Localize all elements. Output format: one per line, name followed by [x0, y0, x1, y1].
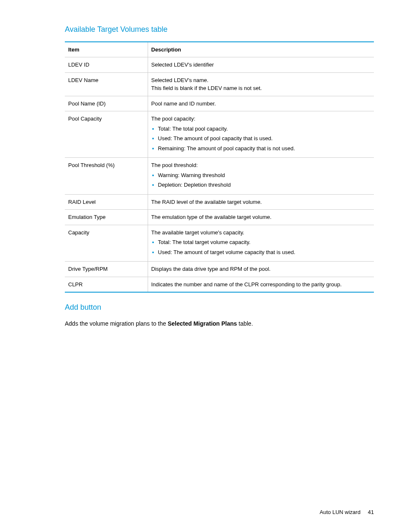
- bullet-item: Used: The amount of target volume capaci…: [151, 248, 371, 257]
- footer-text: Auto LUN wizard: [320, 509, 361, 515]
- add-desc-post: table.: [237, 320, 253, 327]
- cell-desc: Selected LDEV's identifier: [148, 57, 374, 73]
- table-row: Pool Threshold (%) The pool threshold: W…: [65, 158, 374, 195]
- table-row: Pool Capacity The pool capacity: Total: …: [65, 111, 374, 158]
- bullet-item: Remaining: The amount of pool capacity t…: [151, 144, 371, 153]
- desc-text: This field is blank if the LDEV name is …: [151, 85, 262, 91]
- page-footer: Auto LUN wizard 41: [320, 509, 374, 515]
- bullet-list: Total: The total pool capacity. Used: Th…: [151, 125, 371, 153]
- cell-item: Pool Threshold (%): [65, 158, 148, 195]
- cell-desc: Selected LDEV's name. This field is blan…: [148, 72, 374, 96]
- table-row: Emulation Type The emulation type of the…: [65, 210, 374, 225]
- desc-text: The pool capacity:: [151, 116, 196, 122]
- footer-page-number: 41: [368, 509, 374, 515]
- table-row: LDEV ID Selected LDEV's identifier: [65, 57, 374, 73]
- add-description: Adds the volume migration plans to the S…: [65, 319, 374, 328]
- cell-desc: The emulation type of the available targ…: [148, 210, 374, 225]
- desc-text: The available target volume's capacity.: [151, 229, 245, 236]
- cell-item: LDEV Name: [65, 72, 148, 96]
- cell-item: Emulation Type: [65, 210, 148, 225]
- cell-item: RAID Level: [65, 194, 148, 210]
- table-row: Pool Name (ID) Pool name and ID number.: [65, 96, 374, 111]
- bullet-item: Used: The amount of pool capacity that i…: [151, 134, 371, 143]
- cell-item: Capacity: [65, 225, 148, 262]
- cell-item: Pool Name (ID): [65, 96, 148, 111]
- bullet-list: Total: The total target volume capacity.…: [151, 238, 371, 256]
- cell-desc: The pool threshold: Warning: Warning thr…: [148, 158, 374, 195]
- target-volumes-table: Item Description LDEV ID Selected LDEV's…: [65, 41, 374, 293]
- desc-text: Selected LDEV's name.: [151, 77, 209, 83]
- table-row: CLPR Indicates the number and name of th…: [65, 277, 374, 292]
- bullet-list: Warning: Warning threshold Depletion: De…: [151, 171, 371, 189]
- cell-item: CLPR: [65, 277, 148, 292]
- cell-desc: Displays the data drive type and RPM of …: [148, 262, 374, 277]
- cell-desc: The available target volume's capacity. …: [148, 225, 374, 262]
- section-title-add: Add button: [65, 303, 374, 312]
- table-header-item: Item: [65, 42, 148, 57]
- cell-desc: Indicates the number and name of the CLP…: [148, 277, 374, 292]
- desc-text: The pool threshold:: [151, 162, 198, 168]
- table-row: RAID Level The RAID level of the availab…: [65, 194, 374, 210]
- cell-desc: Pool name and ID number.: [148, 96, 374, 111]
- add-desc-bold: Selected Migration Plans: [168, 320, 237, 327]
- bullet-item: Depletion: Depletion threshold: [151, 181, 371, 189]
- add-desc-pre: Adds the volume migration plans to the: [65, 320, 168, 327]
- bullet-item: Total: The total pool capacity.: [151, 125, 371, 133]
- table-row: Drive Type/RPM Displays the data drive t…: [65, 262, 374, 277]
- table-row: LDEV Name Selected LDEV's name. This fie…: [65, 72, 374, 96]
- cell-desc: The RAID level of the available target v…: [148, 194, 374, 210]
- table-row: Capacity The available target volume's c…: [65, 225, 374, 262]
- cell-desc: The pool capacity: Total: The total pool…: [148, 111, 374, 158]
- cell-item: Pool Capacity: [65, 111, 148, 158]
- section-title-table: Available Target Volumes table: [65, 25, 374, 34]
- cell-item: Drive Type/RPM: [65, 262, 148, 277]
- cell-item: LDEV ID: [65, 57, 148, 73]
- bullet-item: Total: The total target volume capacity.: [151, 238, 371, 247]
- table-header-description: Description: [148, 42, 374, 57]
- bullet-item: Warning: Warning threshold: [151, 171, 371, 180]
